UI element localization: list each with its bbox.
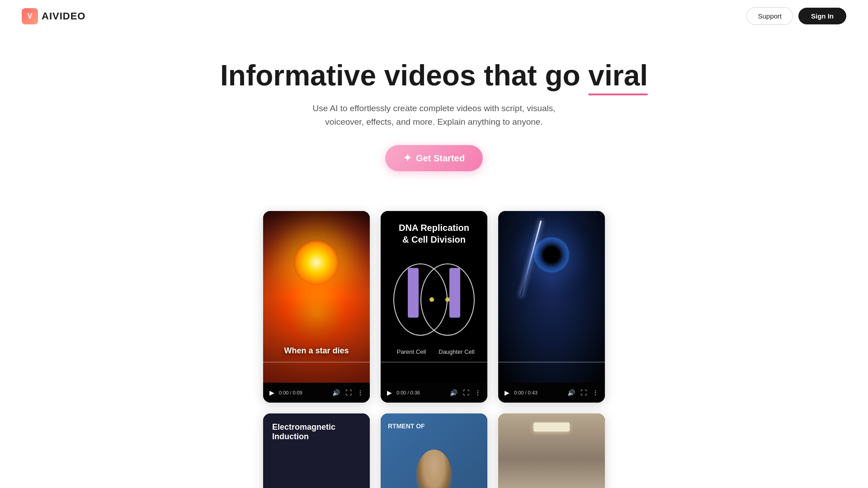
thumb-star-bg (263, 211, 370, 383)
fullscreen-button-2[interactable]: ⛶ (462, 388, 470, 397)
progress-bar-3 (498, 361, 605, 363)
video-card-em: Electromagnetic Induction (263, 413, 370, 488)
logo-icon: V (22, 8, 38, 24)
more-button-2[interactable]: ⋮ (474, 388, 482, 397)
progress-bar-2 (381, 361, 487, 363)
parent-cell-label: Parent Cell (393, 348, 429, 355)
thumb-person-bg: RTMENT OF (381, 413, 487, 488)
cell-bar-right (449, 268, 460, 318)
cell-bar-left (408, 268, 419, 318)
dept-text: RTMENT OF (388, 422, 425, 430)
thumb-ceiling-bg (498, 413, 605, 488)
play-button-2[interactable]: ▶ (386, 388, 393, 397)
time-display-3: 0:00 / 0:43 (514, 390, 563, 395)
video-grid-row1: When a star dies ▶ 0:00 / 0:09 🔊 ⛶ ⋮ DNA… (0, 189, 868, 403)
daughter-cell-label: Daughter Cell (439, 348, 475, 355)
star-caption: When a star dies (263, 346, 370, 356)
nav-buttons: Support Sign In (746, 7, 846, 25)
brand-name: AIVIDEO (42, 10, 85, 22)
sparkle-icon: ✦ (403, 152, 411, 164)
navbar: V AIVIDEO Support Sign In (0, 0, 868, 32)
hero-title-highlight: viral (588, 59, 648, 93)
get-started-label: Get Started (416, 153, 465, 164)
thumbnail-star: When a star dies (263, 211, 370, 383)
video-card-ceiling (498, 413, 605, 488)
thumbnail-dna: DNA Replication & Cell Division Parent C… (381, 211, 487, 383)
video-controls-3: ▶ 0:00 / 0:43 🔊 ⛶ ⋮ (498, 383, 605, 403)
video-card-dna: DNA Replication & Cell Division Parent C… (381, 211, 487, 403)
dna-title: DNA Replication & Cell Division (399, 222, 469, 245)
thumbnail-blackhole (498, 211, 605, 383)
progress-bar-1 (263, 361, 370, 363)
video-card-blackhole: ▶ 0:00 / 0:43 🔊 ⛶ ⋮ (498, 211, 605, 403)
support-button[interactable]: Support (746, 7, 793, 25)
fullscreen-button-1[interactable]: ⛶ (344, 388, 353, 397)
volume-button-3[interactable]: 🔊 (566, 388, 576, 397)
thumb-blackhole-bg (498, 211, 605, 383)
logo-area: V AIVIDEO (22, 8, 85, 24)
hero-title: Informative videos that go viral (22, 59, 846, 93)
get-started-button[interactable]: ✦ Get Started (385, 145, 483, 171)
volume-button-1[interactable]: 🔊 (331, 388, 341, 397)
play-button-3[interactable]: ▶ (504, 388, 510, 397)
signin-button[interactable]: Sign In (798, 8, 846, 24)
hero-subtitle: Use AI to effortlessly create complete v… (303, 102, 565, 129)
thumb-em-bg: Electromagnetic Induction (263, 413, 370, 488)
fullscreen-button-3[interactable]: ⛶ (580, 388, 588, 397)
cell-labels: Parent Cell Daughter Cell (393, 348, 475, 355)
video-card-star: When a star dies ▶ 0:00 / 0:09 🔊 ⛶ ⋮ (263, 211, 370, 403)
video-controls-2: ▶ 0:00 / 0:36 🔊 ⛶ ⋮ (381, 383, 487, 403)
more-button-3[interactable]: ⋮ (591, 388, 599, 397)
more-button-1[interactable]: ⋮ (356, 388, 364, 397)
video-grid-row2: Electromagnetic Induction RTMENT OF (0, 403, 868, 488)
time-display-1: 0:00 / 0:09 (279, 390, 328, 395)
em-title: Electromagnetic Induction (272, 422, 361, 441)
hero-section: Informative videos that go viral Use AI … (0, 32, 868, 189)
dna-diagram (393, 254, 475, 345)
thumb-dna-bg: DNA Replication & Cell Division Parent C… (381, 211, 487, 383)
video-card-person: RTMENT OF (381, 413, 487, 488)
hero-title-part1: Informative videos that go (220, 59, 588, 92)
time-display-2: 0:00 / 0:36 (396, 390, 445, 395)
play-button-1[interactable]: ▶ (269, 388, 275, 397)
volume-button-2[interactable]: 🔊 (449, 388, 458, 397)
video-controls-1: ▶ 0:00 / 0:09 🔊 ⛶ ⋮ (263, 383, 370, 403)
